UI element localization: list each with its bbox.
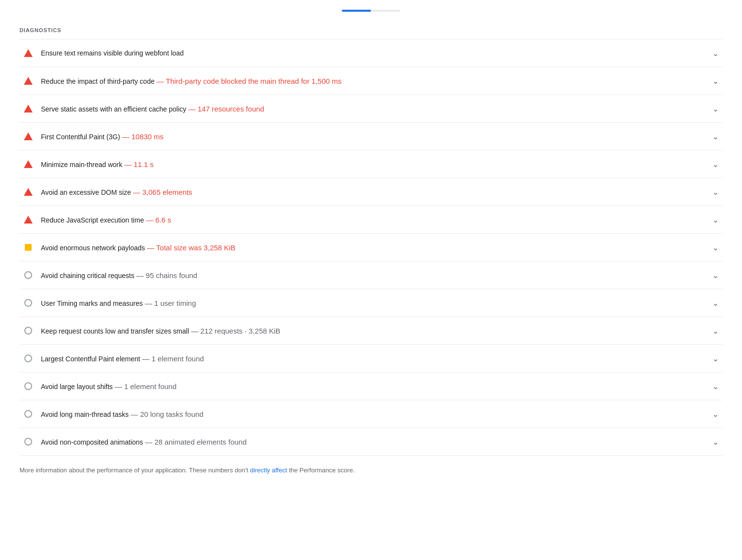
circle-gray-icon (24, 410, 32, 418)
item-title-main-thread-work: Minimize main-thread work — 11.1 s (41, 160, 153, 168)
triangle-red-icon-dom-size (23, 187, 33, 197)
section-label: DIAGNOSTICS (19, 19, 723, 37)
item-detail-layout-shifts: — 1 element found (113, 382, 177, 391)
item-title-network-payloads: Avoid enormous network payloads — Total … (41, 243, 235, 252)
diagnostic-item-non-composited[interactable]: Avoid non-composited animations — 28 ani… (19, 428, 723, 456)
diagnostic-item-third-party[interactable]: Reduce the impact of third-party code — … (19, 67, 723, 95)
chevron-down-icon-network-payloads[interactable]: ⌄ (712, 243, 719, 252)
circle-gray-icon (24, 382, 32, 390)
item-detail-third-party: — Third-party code blocked the main thre… (154, 77, 341, 85)
footer-link[interactable]: directly affect (250, 467, 287, 474)
item-left-cache-policy: Serve static assets with an efficient ca… (23, 104, 706, 113)
square-orange-icon-network-payloads (23, 243, 33, 252)
item-title-request-counts: Keep request counts low and transfer siz… (41, 327, 280, 335)
chevron-down-icon-layout-shifts[interactable]: ⌄ (712, 382, 719, 391)
item-left-long-tasks: Avoid long main-thread tasks — 20 long t… (23, 409, 706, 419)
circle-gray-icon (24, 299, 32, 307)
progress-bar-fill (342, 10, 371, 12)
footer-text-before: More information about the performance o… (19, 467, 250, 474)
chevron-down-icon-user-timing[interactable]: ⌄ (712, 299, 719, 308)
footer-text: More information about the performance o… (19, 466, 723, 476)
item-left-webfont: Ensure text remains visible during webfo… (23, 48, 706, 58)
chevron-down-icon-lcp-element[interactable]: ⌄ (712, 354, 719, 363)
diagnostic-item-main-thread-work[interactable]: Minimize main-thread work — 11.1 s⌄ (19, 150, 723, 178)
item-left-layout-shifts: Avoid large layout shifts — 1 element fo… (23, 381, 706, 391)
chevron-down-icon-request-counts[interactable]: ⌄ (712, 326, 719, 336)
circle-gray-icon-request-counts (23, 326, 33, 336)
diagnostic-item-webfont[interactable]: Ensure text remains visible during webfo… (19, 39, 723, 67)
item-title-third-party: Reduce the impact of third-party code — … (41, 77, 342, 85)
diagnostic-item-dom-size[interactable]: Avoid an excessive DOM size — 3,065 elem… (19, 178, 723, 206)
item-detail-dom-size: — 3,065 elements (131, 188, 192, 196)
triangle-red-icon-main-thread-work (23, 159, 33, 169)
item-title-layout-shifts: Avoid large layout shifts — 1 element fo… (41, 382, 177, 391)
chevron-down-icon-main-thread-work[interactable]: ⌄ (712, 160, 719, 169)
item-title-long-tasks: Avoid long main-thread tasks — 20 long t… (41, 410, 204, 418)
chevron-down-icon-third-party[interactable]: ⌄ (712, 76, 719, 86)
item-title-critical-requests: Avoid chaining critical requests — 95 ch… (41, 271, 197, 280)
triangle-red-icon (24, 188, 33, 196)
item-title-js-execution: Reduce JavaScript execution time — 6.6 s (41, 216, 171, 224)
item-detail-non-composited: — 28 animated elements found (143, 438, 247, 446)
diagnostic-item-lcp-element[interactable]: Largest Contentful Paint element — 1 ele… (19, 345, 723, 373)
triangle-red-icon (24, 216, 33, 224)
triangle-red-icon-third-party (23, 76, 33, 86)
circle-gray-icon (24, 438, 32, 446)
circle-gray-icon-non-composited (23, 437, 33, 447)
item-detail-long-tasks: — 20 long tasks found (129, 410, 203, 418)
chevron-down-icon-critical-requests[interactable]: ⌄ (712, 271, 719, 280)
circle-gray-icon-user-timing (23, 298, 33, 308)
item-title-user-timing: User Timing marks and measures — 1 user … (41, 299, 196, 307)
item-detail-js-execution: — 6.6 s (144, 216, 171, 224)
item-detail-request-counts: — 212 requests · 3,258 KiB (189, 327, 280, 335)
triangle-red-icon (24, 49, 33, 57)
triangle-red-icon-webfont (23, 48, 33, 58)
item-detail-network-payloads: — Total size was 3,258 KiB (145, 243, 236, 252)
diagnostic-item-layout-shifts[interactable]: Avoid large layout shifts — 1 element fo… (19, 373, 723, 400)
triangle-red-icon (24, 77, 33, 85)
item-left-lcp-element: Largest Contentful Paint element — 1 ele… (23, 354, 706, 363)
item-detail-cache-policy: — 147 resources found (186, 105, 264, 113)
chevron-down-icon-non-composited[interactable]: ⌄ (712, 437, 719, 447)
item-left-request-counts: Keep request counts low and transfer siz… (23, 326, 706, 336)
diagnostic-item-critical-requests[interactable]: Avoid chaining critical requests — 95 ch… (19, 261, 723, 289)
item-title-webfont: Ensure text remains visible during webfo… (41, 49, 184, 57)
triangle-red-icon-cache-policy (23, 104, 33, 113)
item-detail-main-thread-work: — 11.1 s (122, 160, 153, 168)
diagnostic-item-user-timing[interactable]: User Timing marks and measures — 1 user … (19, 289, 723, 317)
item-detail-critical-requests: — 95 chains found (134, 271, 197, 280)
chevron-down-icon-dom-size[interactable]: ⌄ (712, 187, 719, 197)
item-left-third-party: Reduce the impact of third-party code — … (23, 76, 706, 86)
diagnostic-item-network-payloads[interactable]: Avoid enormous network payloads — Total … (19, 234, 723, 261)
triangle-red-icon (24, 105, 33, 112)
triangle-red-icon-js-execution (23, 215, 33, 224)
circle-gray-icon-lcp-element (23, 354, 33, 363)
chevron-down-icon-webfont[interactable]: ⌄ (712, 49, 719, 58)
diagnostic-item-js-execution[interactable]: Reduce JavaScript execution time — 6.6 s… (19, 206, 723, 234)
chevron-down-icon-js-execution[interactable]: ⌄ (712, 215, 719, 224)
chevron-down-icon-long-tasks[interactable]: ⌄ (712, 410, 719, 419)
item-title-lcp-element: Largest Contentful Paint element — 1 ele… (41, 355, 204, 363)
item-title-cache-policy: Serve static assets with an efficient ca… (41, 105, 264, 113)
circle-gray-icon (24, 327, 32, 335)
circle-gray-icon-critical-requests (23, 270, 33, 280)
triangle-red-icon (24, 160, 33, 168)
diagnostic-item-cache-policy[interactable]: Serve static assets with an efficient ca… (19, 95, 723, 123)
diagnostic-item-request-counts[interactable]: Keep request counts low and transfer siz… (19, 317, 723, 345)
item-detail-fcp-3g: — 10830 ms (120, 132, 164, 141)
diagnostic-item-long-tasks[interactable]: Avoid long main-thread tasks — 20 long t… (19, 400, 723, 428)
triangle-red-icon-fcp-3g (23, 131, 33, 141)
triangle-red-icon (24, 132, 33, 140)
item-title-dom-size: Avoid an excessive DOM size — 3,065 elem… (41, 188, 192, 196)
item-left-dom-size: Avoid an excessive DOM size — 3,065 elem… (23, 187, 706, 197)
item-left-main-thread-work: Minimize main-thread work — 11.1 s (23, 159, 706, 169)
item-title-non-composited: Avoid non-composited animations — 28 ani… (41, 438, 247, 446)
top-bar (19, 10, 723, 12)
chevron-down-icon-fcp-3g[interactable]: ⌄ (712, 132, 719, 141)
diagnostics-list: Ensure text remains visible during webfo… (19, 39, 723, 456)
item-left-non-composited: Avoid non-composited animations — 28 ani… (23, 437, 706, 447)
circle-gray-icon-long-tasks (23, 409, 33, 419)
item-left-network-payloads: Avoid enormous network payloads — Total … (23, 243, 706, 252)
diagnostic-item-fcp-3g[interactable]: First Contentful Paint (3G) — 10830 ms⌄ (19, 123, 723, 150)
chevron-down-icon-cache-policy[interactable]: ⌄ (712, 104, 719, 113)
